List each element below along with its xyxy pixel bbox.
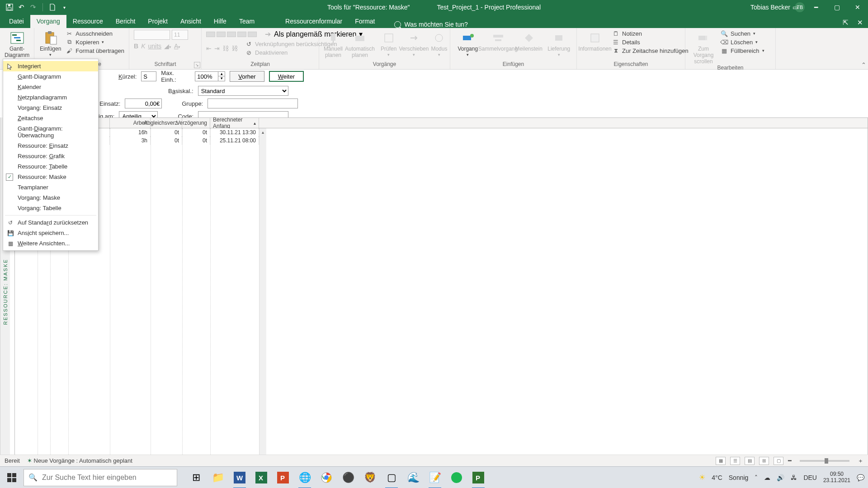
weather-temp[interactable]: 4°C <box>712 474 722 481</box>
save-icon[interactable] <box>5 3 14 11</box>
project-icon[interactable]: P <box>468 467 488 488</box>
ribbon-display-icon[interactable]: ▭ <box>785 0 806 14</box>
maximize-icon[interactable]: ▢ <box>826 0 847 14</box>
tab-resource-form[interactable]: Ressourcenformular <box>279 15 349 28</box>
weather-icon[interactable]: ☀ <box>699 473 705 482</box>
word-icon[interactable]: W <box>230 467 250 488</box>
share-icon[interactable]: ⇱ <box>840 17 851 28</box>
view-save[interactable]: 💾Ansicht speichern... <box>3 228 98 238</box>
details-button[interactable]: ☰Details <box>612 38 689 46</box>
zoom-slider[interactable] <box>800 460 849 462</box>
notepad-icon[interactable]: 📝 <box>425 467 445 488</box>
view-item-task-sheet[interactable]: Vorgang: Tabelle <box>3 203 98 213</box>
group-input[interactable] <box>208 99 298 108</box>
view-shortcut-5[interactable]: ▢ <box>774 457 783 465</box>
vertical-scrollbar[interactable]: ▴ ▾ <box>259 128 266 466</box>
status-newtasks[interactable]: ✶ Neue Vorgänge : Automatisch geplant <box>27 457 132 464</box>
font-dialog-launcher[interactable]: ↘ <box>194 62 200 68</box>
copy-button[interactable]: ⧉Kopieren ▾ <box>66 38 124 46</box>
view-shortcut-2[interactable]: ☰ <box>730 457 740 465</box>
view-item-res-usage[interactable]: Ressource: Einsatz <box>3 141 98 151</box>
view-item-res-form[interactable]: ✓Ressource: Maske <box>3 172 98 182</box>
brave-icon[interactable]: 🦁 <box>360 467 380 488</box>
grid-body[interactable]: 16h 0t 0t 30.11.21 13:30 3h 0t 0t 25.11.… <box>14 128 868 466</box>
tab-view[interactable]: Ansicht <box>174 15 208 28</box>
column-delay[interactable]: Verzögerung <box>182 118 210 128</box>
edge-icon[interactable]: 🌊 <box>403 467 423 488</box>
file-icon[interactable] <box>48 3 57 11</box>
notion-icon[interactable]: ▢ <box>382 467 401 488</box>
view-reset-default[interactable]: ↺Auf Standard zurücksetzen <box>3 217 98 228</box>
paste-button[interactable]: Einfügen ▾ <box>39 30 62 57</box>
view-shortcut-3[interactable]: ▤ <box>745 457 755 465</box>
undo-icon[interactable]: ↶ <box>17 3 25 11</box>
view-item-gantt[interactable]: Gantt-Diagramm <box>3 71 98 82</box>
network-icon[interactable]: 🖧 <box>791 474 797 481</box>
view-item-teamplanner[interactable]: Teamplaner <box>3 182 98 192</box>
qat-customize-icon[interactable]: ▾ <box>60 3 68 11</box>
weather-desc[interactable]: Sonnig <box>729 474 749 481</box>
collapse-ribbon-icon[interactable]: ⌃ <box>861 61 866 68</box>
cost-input[interactable] <box>125 99 162 108</box>
zoom-in-icon[interactable]: ＋ <box>858 457 863 465</box>
tray-chevron-icon[interactable]: ˄ <box>755 474 758 481</box>
tab-format[interactable]: Format <box>349 15 381 28</box>
manual-schedule-button: Manuell planen <box>324 30 343 59</box>
table-row[interactable]: 16h 0t 0t 30.11.21 13:30 <box>15 128 868 136</box>
view-item-network[interactable]: Netzplandiagramm <box>3 92 98 103</box>
language-indicator[interactable]: DEU <box>803 474 817 481</box>
view-shortcut-1[interactable]: ▦ <box>716 457 726 465</box>
start-button[interactable] <box>0 467 24 488</box>
chrome-icon[interactable] <box>316 467 336 488</box>
edge-legacy-icon[interactable]: 🌐 <box>295 467 315 488</box>
notifications-icon[interactable]: 💬 <box>857 474 864 481</box>
view-item-task-usage[interactable]: Vorgang: Einsatz <box>3 103 98 113</box>
close-pane-icon[interactable]: ✕ <box>854 17 865 28</box>
powerpoint-icon[interactable]: P <box>273 467 293 488</box>
tab-help[interactable]: Hilfe <box>208 15 233 28</box>
tab-task[interactable]: Vorgang <box>30 15 66 28</box>
view-item-task-form[interactable]: Vorgang: Maske <box>3 192 98 203</box>
obs-icon[interactable]: ⚫ <box>338 467 358 488</box>
fill-icon: ▦ <box>721 47 728 54</box>
view-item-timeline[interactable]: Zeitachse <box>3 113 98 123</box>
view-shortcut-4[interactable]: ⊞ <box>759 457 769 465</box>
close-icon[interactable]: ✕ <box>847 0 868 14</box>
cut-button[interactable]: ✂Ausschneiden <box>66 30 124 37</box>
clock[interactable]: 09:50 23.11.2021 <box>823 471 850 484</box>
view-more[interactable]: ▦Weitere Ansichten... <box>3 238 98 249</box>
tell-me[interactable]: Was möchten Sie tun? <box>394 21 468 28</box>
view-item-calendar[interactable]: Kalender <box>3 82 98 92</box>
task-button[interactable]: Vorgang▾ <box>455 30 481 57</box>
task-view-icon[interactable]: ⊞ <box>186 467 206 488</box>
excel-icon[interactable]: X <box>251 467 271 488</box>
column-start[interactable]: Berechneter Anfang ▴ <box>210 118 259 128</box>
redo-icon[interactable]: ↷ <box>29 3 37 11</box>
scroll-up-icon[interactable]: ▴ <box>259 128 266 136</box>
view-item-res-sheet[interactable]: Ressource: Tabelle <box>3 161 98 172</box>
volume-icon[interactable]: 🔊 <box>777 474 784 481</box>
spinner-up-icon[interactable]: ▲ <box>218 72 225 76</box>
tab-project[interactable]: Projekt <box>142 15 174 28</box>
tab-team[interactable]: Team <box>233 15 261 28</box>
maxunits-input[interactable] <box>195 71 218 81</box>
explorer-icon[interactable]: 📁 <box>208 467 228 488</box>
zoom-out-icon[interactable]: ━ <box>788 457 792 464</box>
view-item-res-graph[interactable]: Ressource: Grafik <box>3 151 98 161</box>
taskbar-search[interactable]: 🔍 Zur Suche Text hier eingeben <box>24 469 177 486</box>
onedrive-icon[interactable]: ☁ <box>764 474 770 481</box>
basecal-select[interactable]: Standard <box>198 86 288 96</box>
next-button[interactable]: Weiter <box>269 71 304 82</box>
minimize-icon[interactable]: ━ <box>806 0 826 14</box>
view-item-tracking-gantt[interactable]: Gantt-Diagramm: Überwachung <box>3 123 98 141</box>
tab-report[interactable]: Bericht <box>109 15 142 28</box>
tab-file[interactable]: Datei <box>3 15 30 28</box>
find-button[interactable]: 🔍Suchen ▾ <box>721 30 764 37</box>
spinner-down-icon[interactable]: ▼ <box>218 76 225 81</box>
previous-button[interactable]: Vorher <box>230 71 264 82</box>
short-input[interactable] <box>141 71 156 81</box>
view-item-integrated[interactable]: Integriert <box>3 61 98 71</box>
tab-resource[interactable]: Ressource <box>66 15 109 28</box>
spotify-icon[interactable] <box>447 467 467 488</box>
table-row[interactable]: 3h 0t 0t 25.11.21 08:00 <box>15 136 868 145</box>
